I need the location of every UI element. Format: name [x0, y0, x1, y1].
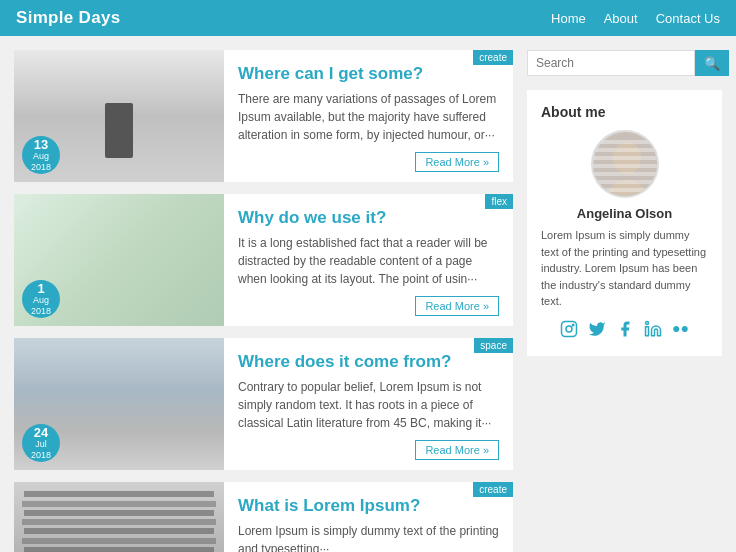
post-title: What is Lorem Ipsum?: [238, 496, 499, 516]
avatar-image: [593, 132, 659, 198]
svg-point-12: [572, 324, 574, 326]
post-title: Why do we use it?: [238, 208, 499, 228]
post-body: space Where does it come from? Contrary …: [224, 338, 513, 470]
nav-about[interactable]: About: [604, 11, 638, 26]
post-thumbnail: [14, 482, 224, 552]
svg-rect-10: [562, 321, 577, 336]
read-more-container: Read More »: [238, 152, 499, 172]
site-title: Simple Days: [16, 8, 120, 28]
main-nav: Home About Contact Us: [551, 11, 720, 26]
svg-point-14: [646, 321, 649, 324]
sidebar: 🔍 About me: [527, 50, 722, 552]
linkedin-icon[interactable]: [644, 320, 662, 342]
post-tag: create: [473, 50, 513, 65]
search-box: 🔍: [527, 50, 722, 76]
post-excerpt: Lorem Ipsum is simply dummy text of the …: [238, 522, 499, 552]
post-title: Where does it come from?: [238, 352, 499, 372]
avatar: [591, 130, 659, 198]
post-thumbnail: 24 Jul 2018: [14, 338, 224, 470]
post-body: flex Why do we use it? It is a long esta…: [224, 194, 513, 326]
author-bio: Lorem Ipsum is simply dummy text of the …: [541, 227, 708, 310]
post-date-badge: 13 Aug 2018: [22, 136, 60, 174]
post-tag: flex: [485, 194, 513, 209]
thumb-figure: [105, 103, 133, 158]
post-card: 1 Aug 2018 flex Why do we use it? It is …: [14, 194, 513, 326]
post-body: create What is Lorem Ipsum? Lorem Ipsum …: [224, 482, 513, 552]
post-title: Where can I get some?: [238, 64, 499, 84]
nav-contact[interactable]: Contact Us: [656, 11, 720, 26]
post-excerpt: There are many variations of passages of…: [238, 90, 499, 144]
social-icons: ●●: [541, 320, 708, 342]
post-date-badge: 24 Jul 2018: [22, 424, 60, 462]
svg-point-11: [566, 326, 572, 332]
search-input[interactable]: [527, 50, 695, 76]
about-widget-title: About me: [541, 104, 708, 120]
twitter-icon[interactable]: [588, 320, 606, 342]
post-date-badge: 1 Aug 2018: [22, 280, 60, 318]
post-thumbnail: 13 Aug 2018: [14, 50, 224, 182]
page-layout: 13 Aug 2018 create Where can I get some?…: [0, 36, 736, 552]
svg-rect-13: [646, 326, 649, 335]
post-excerpt: Contrary to popular belief, Lorem Ipsum …: [238, 378, 499, 432]
read-more-button[interactable]: Read More »: [415, 440, 499, 460]
facebook-icon[interactable]: [616, 320, 634, 342]
post-thumbnail: 1 Aug 2018: [14, 194, 224, 326]
main-content: 13 Aug 2018 create Where can I get some?…: [14, 50, 513, 552]
nav-home[interactable]: Home: [551, 11, 586, 26]
post-card: create What is Lorem Ipsum? Lorem Ipsum …: [14, 482, 513, 552]
search-button[interactable]: 🔍: [695, 50, 729, 76]
read-more-container: Read More »: [238, 296, 499, 316]
instagram-icon[interactable]: [560, 320, 578, 342]
flickr-icon[interactable]: ●●: [672, 320, 689, 342]
post-card: 13 Aug 2018 create Where can I get some?…: [14, 50, 513, 182]
post-card: 24 Jul 2018 space Where does it come fro…: [14, 338, 513, 470]
site-header: Simple Days Home About Contact Us: [0, 0, 736, 36]
post-excerpt: It is a long established fact that a rea…: [238, 234, 499, 288]
read-more-button[interactable]: Read More »: [415, 296, 499, 316]
post-tag: create: [473, 482, 513, 497]
read-more-container: Read More »: [238, 440, 499, 460]
post-body: create Where can I get some? There are m…: [224, 50, 513, 182]
author-name: Angelina Olson: [541, 206, 708, 221]
read-more-button[interactable]: Read More »: [415, 152, 499, 172]
post-tag: space: [474, 338, 513, 353]
about-widget: About me A: [527, 90, 722, 356]
